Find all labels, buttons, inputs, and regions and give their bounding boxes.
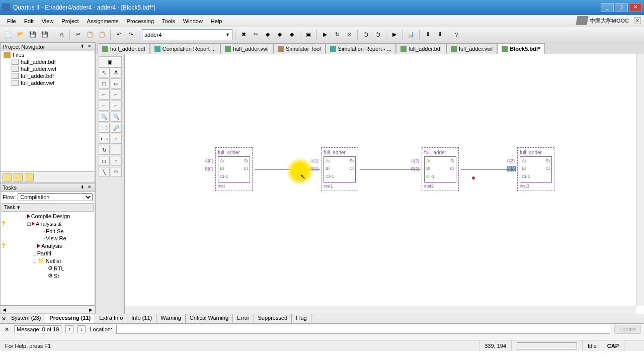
help-button[interactable]: ? xyxy=(451,29,462,40)
msg-close2-icon[interactable]: ✕ xyxy=(3,326,10,333)
rect-tool[interactable]: ▭ xyxy=(111,78,122,88)
open-button[interactable]: 📂 xyxy=(15,29,26,40)
pn-tab1[interactable] xyxy=(3,173,12,182)
task-view[interactable]: View Re xyxy=(46,235,66,241)
task-analysis[interactable]: Analysis & xyxy=(36,221,61,227)
minimize-button[interactable]: _ xyxy=(601,3,614,12)
tab-compilation-report[interactable]: Compilation Report ... xyxy=(150,43,220,54)
tab-half-adder-bdf[interactable]: half_adder.bdf xyxy=(98,43,150,54)
tool-b1[interactable]: ✏ xyxy=(250,29,261,40)
tab-full-adder-bdf[interactable]: full_adder.bdf xyxy=(396,43,446,54)
timing-button[interactable]: ⏱ xyxy=(360,29,371,40)
locate-button[interactable]: Locate xyxy=(614,325,641,334)
bus1-tool[interactable]: ⌐ xyxy=(99,101,110,111)
redo-button[interactable]: ↷ xyxy=(125,29,136,40)
tab-simulation-report[interactable]: Simulation Report - ... xyxy=(326,43,396,54)
symbol-tool[interactable]: □ xyxy=(99,78,110,88)
tab-full-adder-vwf[interactable]: full_adder.vwf xyxy=(446,43,497,54)
oval-tool[interactable]: ○ xyxy=(111,156,122,166)
rect2-tool[interactable]: □ xyxy=(99,156,110,166)
maximize-button[interactable]: □ xyxy=(615,3,628,12)
bus2-tool[interactable]: ⌐ xyxy=(111,101,122,111)
pn-close-icon[interactable]: ✕ xyxy=(87,44,93,50)
new-button[interactable]: 📄 xyxy=(3,29,14,40)
task-edit[interactable]: Edit Se xyxy=(46,228,63,234)
tab-simulator-tool[interactable]: Simulator Tool xyxy=(273,43,326,54)
msg-tab[interactable]: Suppressed xyxy=(254,314,292,323)
fliph-tool[interactable]: ⟷ xyxy=(99,134,110,144)
line1-tool[interactable]: ⌐ xyxy=(99,89,110,100)
tool-b3[interactable]: ◆ xyxy=(274,29,285,40)
tasks-close-icon[interactable]: ✕ xyxy=(87,185,93,191)
text-tool[interactable]: A xyxy=(111,67,122,77)
msg-tab[interactable]: Critical Warning xyxy=(186,314,233,323)
zoom-tool[interactable]: 🔍 xyxy=(99,112,110,122)
chip-button[interactable]: ▣ xyxy=(303,29,314,40)
schematic-block[interactable]: full_adder A[2] B[2] Ai Bi Ci-1 Si Ci in… xyxy=(422,147,459,191)
select-tool[interactable]: ↖ xyxy=(99,67,110,77)
msg-tab[interactable]: Extra Info xyxy=(95,314,127,323)
msg-tab[interactable]: Error xyxy=(233,314,254,323)
prog2-button[interactable]: ⬇ xyxy=(434,29,445,40)
tree-file[interactable]: half_adder.vwf xyxy=(21,66,56,72)
tool-b2[interactable]: ◆ xyxy=(262,29,273,40)
copy-button[interactable]: 📋 xyxy=(85,29,96,40)
msg-tab[interactable]: Flag xyxy=(292,314,311,323)
pn-tab3[interactable] xyxy=(25,173,34,182)
task-compile[interactable]: Compile Design xyxy=(31,213,70,219)
schematic-block[interactable]: full_adder A[3] B[3] Ai Bi Ci-1 Si Ci in… xyxy=(517,147,554,191)
line-tool[interactable]: ╲ xyxy=(99,167,110,177)
wire-node[interactable] xyxy=(472,176,475,179)
rotate-tool[interactable]: ↻ xyxy=(99,145,110,155)
tasks-pin-icon[interactable]: ⬍ xyxy=(79,185,86,191)
menu-help[interactable]: Help xyxy=(207,17,226,26)
msg-next-button[interactable]: ↓ xyxy=(77,325,86,333)
timing2-button[interactable]: ⏱ xyxy=(372,29,383,40)
prog-button[interactable]: ⬇ xyxy=(422,29,433,40)
menu-project[interactable]: Project xyxy=(57,17,83,26)
arc-tool[interactable]: ◠ xyxy=(111,167,122,177)
task-rtl[interactable]: RTL xyxy=(54,265,64,272)
settings-button[interactable]: ✖ xyxy=(238,29,249,40)
tree-file[interactable]: full_adder.bdf xyxy=(21,73,54,79)
compile-start-button[interactable]: ▶ xyxy=(319,29,331,40)
close-button[interactable]: ✕ xyxy=(629,3,642,12)
compile-stop-button[interactable]: ⊘ xyxy=(344,29,355,40)
msg-close-icon[interactable]: ✕ xyxy=(0,316,7,322)
tab-block5[interactable]: Block5.bdf* xyxy=(497,43,545,54)
find-tool[interactable]: 🔎 xyxy=(111,123,122,133)
schematic-block[interactable]: full_adder A[0] B[0] Ai Bi Ci-1 Si Ci in… xyxy=(215,147,253,191)
tool-b4[interactable]: ◆ xyxy=(286,29,297,40)
task-st[interactable]: St xyxy=(54,273,59,279)
msg-tab[interactable]: Processing (11) xyxy=(45,314,95,323)
tree-root[interactable]: Files xyxy=(13,52,24,58)
msg-tab[interactable]: Warning xyxy=(156,314,186,323)
pn-tab2[interactable] xyxy=(14,173,23,182)
wire[interactable] xyxy=(461,169,516,170)
project-combo[interactable]: adder4▼ xyxy=(142,29,232,40)
cut-button[interactable]: ✂ xyxy=(72,29,84,40)
horizontal-scrollbar[interactable] xyxy=(125,306,636,314)
tab-half-adder-vwf[interactable]: half_adder.vwf xyxy=(220,43,273,54)
flipv-tool[interactable]: ↕ xyxy=(111,134,122,144)
flow-combo[interactable]: Compilation xyxy=(18,193,93,201)
task-column-head[interactable]: Task xyxy=(4,204,16,210)
mdi-close-button[interactable]: ✕ xyxy=(634,17,641,24)
msg-prev-button[interactable]: ↑ xyxy=(65,325,73,333)
blank-tool[interactable] xyxy=(111,145,122,155)
menu-edit[interactable]: Edit xyxy=(20,17,38,26)
report-button[interactable]: 📊 xyxy=(406,29,417,40)
saveall-button[interactable]: 💾 xyxy=(39,29,50,40)
menu-tools[interactable]: Tools xyxy=(158,17,179,26)
compile-restart-button[interactable]: ↻ xyxy=(332,29,343,40)
line2-tool[interactable]: ⌐ xyxy=(111,89,122,100)
file-tree[interactable]: Files half_adder.bdf half_adder.vwf full… xyxy=(0,51,95,172)
full-tool[interactable]: ⛶ xyxy=(99,123,110,133)
sim-start-button[interactable]: ▶ xyxy=(389,29,400,40)
menu-file[interactable]: File xyxy=(3,17,20,26)
menu-window[interactable]: Window xyxy=(179,17,207,26)
tasks-scroll[interactable]: ◄► xyxy=(0,306,95,314)
vertical-scrollbar[interactable] xyxy=(636,54,644,306)
menu-processing[interactable]: Processing xyxy=(123,17,158,26)
schematic-block[interactable]: full_adder A[1] B[1] Ai Bi Ci-1 Si Ci in… xyxy=(321,147,358,191)
